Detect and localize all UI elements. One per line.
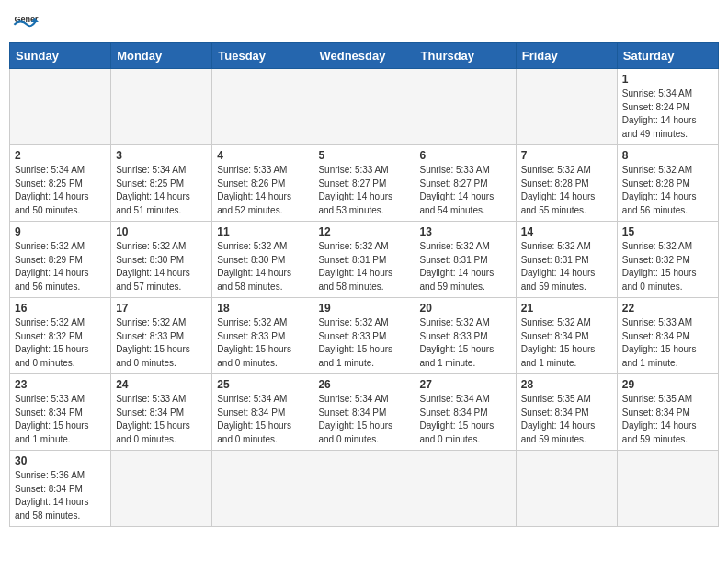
weekday-header-tuesday: Tuesday: [212, 43, 313, 69]
weekday-header-friday: Friday: [516, 43, 617, 69]
day-number: 26: [318, 378, 409, 391]
calendar-day-cell: 18Sunrise: 5:32 AM Sunset: 8:33 PM Dayli…: [212, 298, 313, 374]
day-number: 27: [420, 378, 511, 391]
day-info: Sunrise: 5:32 AM Sunset: 8:33 PM Dayligh…: [116, 316, 207, 370]
day-number: 17: [116, 302, 207, 315]
day-info: Sunrise: 5:32 AM Sunset: 8:34 PM Dayligh…: [521, 316, 612, 370]
day-info: Sunrise: 5:32 AM Sunset: 8:32 PM Dayligh…: [622, 240, 713, 293]
calendar-day-cell: 1Sunrise: 5:34 AM Sunset: 8:24 PM Daylig…: [617, 69, 718, 145]
calendar-day-cell: 2Sunrise: 5:34 AM Sunset: 8:25 PM Daylig…: [10, 145, 111, 222]
day-info: Sunrise: 5:33 AM Sunset: 8:27 PM Dayligh…: [420, 164, 511, 217]
day-info: Sunrise: 5:32 AM Sunset: 8:30 PM Dayligh…: [217, 240, 308, 293]
weekday-header-row: SundayMondayTuesdayWednesdayThursdayFrid…: [10, 43, 719, 69]
day-number: 6: [420, 149, 511, 162]
day-number: 1: [622, 73, 713, 86]
day-number: 30: [15, 454, 106, 467]
page-header: General: [9, 9, 719, 35]
calendar-day-cell: [10, 69, 111, 145]
day-number: 12: [318, 225, 409, 238]
calendar-day-cell: 17Sunrise: 5:32 AM Sunset: 8:33 PM Dayli…: [111, 298, 212, 374]
day-info: Sunrise: 5:32 AM Sunset: 8:33 PM Dayligh…: [217, 316, 308, 370]
day-number: 8: [622, 149, 713, 162]
calendar-table: SundayMondayTuesdayWednesdayThursdayFrid…: [9, 42, 719, 527]
calendar-day-cell: [415, 451, 516, 527]
day-number: 18: [217, 302, 308, 315]
day-info: Sunrise: 5:36 AM Sunset: 8:34 PM Dayligh…: [15, 469, 106, 523]
calendar-day-cell: 12Sunrise: 5:32 AM Sunset: 8:31 PM Dayli…: [313, 222, 415, 298]
calendar-day-cell: 10Sunrise: 5:32 AM Sunset: 8:30 PM Dayli…: [111, 222, 212, 298]
calendar-day-cell: 30Sunrise: 5:36 AM Sunset: 8:34 PM Dayli…: [10, 451, 111, 527]
day-number: 10: [116, 225, 207, 238]
calendar-day-cell: 9Sunrise: 5:32 AM Sunset: 8:29 PM Daylig…: [10, 222, 111, 298]
day-info: Sunrise: 5:32 AM Sunset: 8:28 PM Dayligh…: [622, 164, 713, 217]
day-info: Sunrise: 5:32 AM Sunset: 8:29 PM Dayligh…: [15, 240, 106, 293]
day-info: Sunrise: 5:33 AM Sunset: 8:34 PM Dayligh…: [15, 393, 106, 446]
calendar-day-cell: 23Sunrise: 5:33 AM Sunset: 8:34 PM Dayli…: [10, 374, 111, 451]
day-info: Sunrise: 5:33 AM Sunset: 8:27 PM Dayligh…: [318, 164, 409, 217]
calendar-day-cell: [516, 69, 617, 145]
day-info: Sunrise: 5:34 AM Sunset: 8:34 PM Dayligh…: [420, 393, 511, 446]
day-info: Sunrise: 5:34 AM Sunset: 8:34 PM Dayligh…: [318, 393, 409, 446]
calendar-week-row: 1Sunrise: 5:34 AM Sunset: 8:24 PM Daylig…: [10, 69, 719, 145]
day-number: 19: [318, 302, 409, 315]
calendar-day-cell: 29Sunrise: 5:35 AM Sunset: 8:34 PM Dayli…: [617, 374, 718, 451]
calendar-day-cell: [617, 451, 718, 527]
calendar-week-row: 23Sunrise: 5:33 AM Sunset: 8:34 PM Dayli…: [10, 374, 719, 451]
day-info: Sunrise: 5:35 AM Sunset: 8:34 PM Dayligh…: [521, 393, 612, 446]
day-number: 28: [521, 378, 612, 391]
calendar-day-cell: [516, 451, 617, 527]
day-number: 16: [15, 302, 106, 315]
day-info: Sunrise: 5:34 AM Sunset: 8:25 PM Dayligh…: [15, 164, 106, 217]
day-info: Sunrise: 5:32 AM Sunset: 8:31 PM Dayligh…: [420, 240, 511, 293]
day-number: 20: [420, 302, 511, 315]
calendar-day-cell: 15Sunrise: 5:32 AM Sunset: 8:32 PM Dayli…: [617, 222, 718, 298]
day-number: 25: [217, 378, 308, 391]
weekday-header-sunday: Sunday: [10, 43, 111, 69]
calendar-day-cell: 16Sunrise: 5:32 AM Sunset: 8:32 PM Dayli…: [10, 298, 111, 374]
day-number: 29: [622, 378, 713, 391]
calendar-day-cell: 19Sunrise: 5:32 AM Sunset: 8:33 PM Dayli…: [313, 298, 415, 374]
day-number: 2: [15, 149, 106, 162]
day-info: Sunrise: 5:32 AM Sunset: 8:31 PM Dayligh…: [318, 240, 409, 293]
weekday-header-wednesday: Wednesday: [313, 43, 415, 69]
day-number: 13: [420, 225, 511, 238]
calendar-day-cell: [313, 451, 415, 527]
calendar-day-cell: [111, 69, 212, 145]
calendar-day-cell: 27Sunrise: 5:34 AM Sunset: 8:34 PM Dayli…: [415, 374, 516, 451]
calendar-day-cell: 6Sunrise: 5:33 AM Sunset: 8:27 PM Daylig…: [415, 145, 516, 222]
calendar-day-cell: 20Sunrise: 5:32 AM Sunset: 8:33 PM Dayli…: [415, 298, 516, 374]
calendar-day-cell: 22Sunrise: 5:33 AM Sunset: 8:34 PM Dayli…: [617, 298, 718, 374]
calendar-day-cell: 28Sunrise: 5:35 AM Sunset: 8:34 PM Dayli…: [516, 374, 617, 451]
day-info: Sunrise: 5:34 AM Sunset: 8:25 PM Dayligh…: [116, 164, 207, 217]
day-number: 22: [622, 302, 713, 315]
logo-icon: General: [13, 9, 39, 35]
calendar-day-cell: [212, 451, 313, 527]
calendar-week-row: 16Sunrise: 5:32 AM Sunset: 8:32 PM Dayli…: [10, 298, 719, 374]
calendar-day-cell: 26Sunrise: 5:34 AM Sunset: 8:34 PM Dayli…: [313, 374, 415, 451]
day-info: Sunrise: 5:33 AM Sunset: 8:34 PM Dayligh…: [622, 316, 713, 370]
weekday-header-saturday: Saturday: [617, 43, 718, 69]
calendar-day-cell: 24Sunrise: 5:33 AM Sunset: 8:34 PM Dayli…: [111, 374, 212, 451]
calendar-day-cell: 21Sunrise: 5:32 AM Sunset: 8:34 PM Dayli…: [516, 298, 617, 374]
calendar-week-row: 2Sunrise: 5:34 AM Sunset: 8:25 PM Daylig…: [10, 145, 719, 222]
calendar-day-cell: [415, 69, 516, 145]
calendar-day-cell: 8Sunrise: 5:32 AM Sunset: 8:28 PM Daylig…: [617, 145, 718, 222]
day-number: 23: [15, 378, 106, 391]
day-info: Sunrise: 5:32 AM Sunset: 8:30 PM Dayligh…: [116, 240, 207, 293]
calendar-day-cell: 4Sunrise: 5:33 AM Sunset: 8:26 PM Daylig…: [212, 145, 313, 222]
calendar-week-row: 30Sunrise: 5:36 AM Sunset: 8:34 PM Dayli…: [10, 451, 719, 527]
day-number: 21: [521, 302, 612, 315]
calendar-day-cell: [111, 451, 212, 527]
calendar-day-cell: 13Sunrise: 5:32 AM Sunset: 8:31 PM Dayli…: [415, 222, 516, 298]
calendar-day-cell: 25Sunrise: 5:34 AM Sunset: 8:34 PM Dayli…: [212, 374, 313, 451]
logo: General: [13, 9, 42, 35]
day-number: 9: [15, 225, 106, 238]
day-info: Sunrise: 5:34 AM Sunset: 8:24 PM Dayligh…: [622, 87, 713, 141]
calendar-day-cell: 14Sunrise: 5:32 AM Sunset: 8:31 PM Dayli…: [516, 222, 617, 298]
calendar-day-cell: 3Sunrise: 5:34 AM Sunset: 8:25 PM Daylig…: [111, 145, 212, 222]
calendar-day-cell: 11Sunrise: 5:32 AM Sunset: 8:30 PM Dayli…: [212, 222, 313, 298]
day-number: 24: [116, 378, 207, 391]
day-number: 5: [318, 149, 409, 162]
day-number: 4: [217, 149, 308, 162]
weekday-header-thursday: Thursday: [415, 43, 516, 69]
